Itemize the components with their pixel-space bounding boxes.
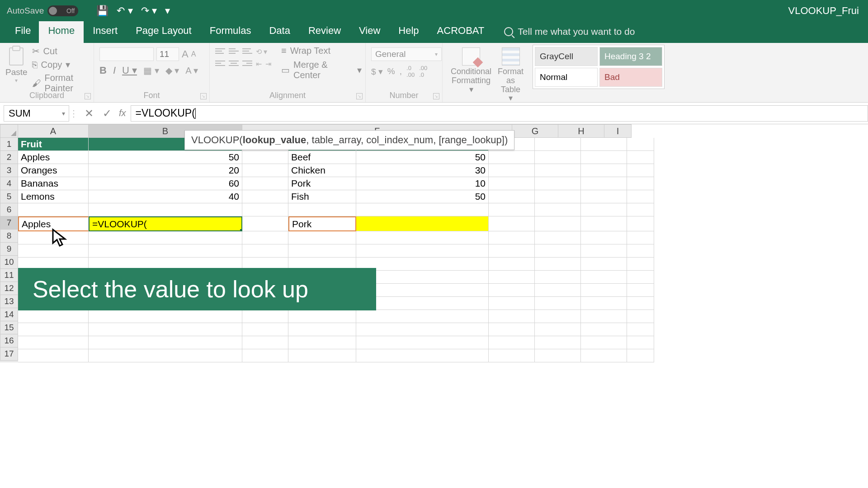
cell[interactable] xyxy=(489,190,535,203)
cell[interactable] xyxy=(535,323,581,336)
cell[interactable] xyxy=(627,177,654,190)
cell[interactable] xyxy=(288,349,356,362)
cell[interactable] xyxy=(489,177,535,190)
cell[interactable] xyxy=(535,244,581,258)
cell[interactable] xyxy=(489,297,535,310)
cell-a3[interactable]: Oranges xyxy=(18,164,89,177)
cell[interactable] xyxy=(581,349,627,362)
cell[interactable] xyxy=(288,203,356,216)
cell[interactable] xyxy=(627,349,654,362)
cell[interactable] xyxy=(489,258,535,271)
spreadsheet-grid[interactable]: 1 2 3 4 5 6 7 8 9 10 11 12 13 14 15 16 1… xyxy=(0,124,868,362)
align-right-icon[interactable] xyxy=(242,61,252,68)
tab-data[interactable]: Data xyxy=(260,19,299,43)
cell[interactable] xyxy=(89,244,242,258)
row-header[interactable]: 13 xyxy=(0,295,18,308)
accounting-icon[interactable]: $ ▾ xyxy=(371,66,383,77)
tab-home[interactable]: Home xyxy=(39,19,84,43)
row-header[interactable]: 11 xyxy=(0,269,18,282)
cell[interactable] xyxy=(288,323,356,336)
cell-b3[interactable]: 20 xyxy=(89,164,242,177)
paste-button[interactable]: Paste ▾ xyxy=(4,46,29,94)
cell[interactable] xyxy=(581,297,627,310)
cell[interactable] xyxy=(489,271,535,284)
cell[interactable] xyxy=(242,323,288,336)
cell[interactable] xyxy=(581,190,627,203)
cell-a5[interactable]: Lemons xyxy=(18,190,89,203)
cell-d2[interactable]: Beef xyxy=(288,151,356,164)
tab-insert[interactable]: Insert xyxy=(84,19,127,43)
cell[interactable] xyxy=(242,336,288,349)
cell[interactable] xyxy=(535,258,581,271)
copy-button[interactable]: ⎘Copy ▾ xyxy=(32,59,90,70)
cell[interactable] xyxy=(489,336,535,349)
cell[interactable] xyxy=(489,151,535,164)
cell[interactable] xyxy=(627,336,654,349)
cell[interactable] xyxy=(535,271,581,284)
style-graycell[interactable]: GrayCell xyxy=(535,47,598,66)
cell[interactable] xyxy=(535,231,581,244)
cell[interactable] xyxy=(489,216,535,231)
cell[interactable] xyxy=(242,164,288,177)
cell[interactable] xyxy=(535,203,581,216)
tab-file[interactable]: File xyxy=(7,19,39,43)
cell-e3[interactable]: 30 xyxy=(356,164,489,177)
row-header[interactable]: 5 xyxy=(0,190,18,203)
cell[interactable] xyxy=(18,203,89,216)
cell[interactable] xyxy=(89,310,242,323)
cell-b5[interactable]: 40 xyxy=(89,190,242,203)
cell-e4[interactable]: 10 xyxy=(356,177,489,190)
cell[interactable] xyxy=(356,231,489,244)
tab-review[interactable]: Review xyxy=(299,19,350,43)
decrease-font-icon[interactable]: A xyxy=(191,50,196,58)
cell[interactable] xyxy=(242,177,288,190)
comma-icon[interactable]: , xyxy=(400,66,402,76)
cell[interactable] xyxy=(627,216,654,231)
cell[interactable] xyxy=(89,323,242,336)
cell-e5[interactable]: 50 xyxy=(356,190,489,203)
row-header[interactable]: 12 xyxy=(0,282,18,295)
cell[interactable] xyxy=(356,349,489,362)
cell[interactable] xyxy=(535,151,581,164)
number-format-combo[interactable]: General▾ xyxy=(371,47,442,61)
align-top-icon[interactable] xyxy=(215,48,225,56)
cut-button[interactable]: ✂Cut xyxy=(32,46,90,56)
col-header[interactable]: H xyxy=(558,124,604,138)
cell[interactable] xyxy=(627,203,654,216)
tab-formulas[interactable]: Formulas xyxy=(201,19,260,43)
tab-view[interactable]: View xyxy=(350,19,389,43)
cell[interactable] xyxy=(581,310,627,323)
cell[interactable] xyxy=(489,203,535,216)
cell[interactable] xyxy=(242,310,288,323)
format-as-table-button[interactable]: Format as Table ▾ xyxy=(498,47,524,103)
row-header[interactable]: 15 xyxy=(0,321,18,334)
indent-increase-icon[interactable]: ⇥ xyxy=(265,60,271,68)
cell[interactable] xyxy=(581,231,627,244)
indent-decrease-icon[interactable]: ⇤ xyxy=(256,60,262,68)
style-heading[interactable]: Heading 3 2 xyxy=(599,47,662,66)
save-icon[interactable]: 💾 xyxy=(96,5,108,17)
cell-e2[interactable]: 50 xyxy=(356,151,489,164)
cell[interactable] xyxy=(356,203,489,216)
cell[interactable] xyxy=(18,310,89,323)
cell[interactable] xyxy=(581,177,627,190)
cell[interactable] xyxy=(535,216,581,231)
tab-page-layout[interactable]: Page Layout xyxy=(127,19,201,43)
cell[interactable] xyxy=(89,349,242,362)
col-header[interactable]: G xyxy=(512,124,558,138)
cell-d3[interactable]: Chicken xyxy=(288,164,356,177)
style-bad[interactable]: Bad xyxy=(599,68,662,87)
cell[interactable] xyxy=(535,164,581,177)
cell[interactable] xyxy=(627,323,654,336)
font-size-combo[interactable]: 11 xyxy=(156,47,179,61)
cell[interactable] xyxy=(18,349,89,362)
row-header[interactable]: 17 xyxy=(0,347,18,361)
cell[interactable] xyxy=(627,164,654,177)
cell[interactable] xyxy=(627,258,654,271)
cell[interactable] xyxy=(627,297,654,310)
cell-b4[interactable]: 60 xyxy=(89,177,242,190)
row-header[interactable]: 7 xyxy=(0,216,18,230)
cell[interactable] xyxy=(581,164,627,177)
tab-help[interactable]: Help xyxy=(389,19,428,43)
cell[interactable] xyxy=(535,310,581,323)
